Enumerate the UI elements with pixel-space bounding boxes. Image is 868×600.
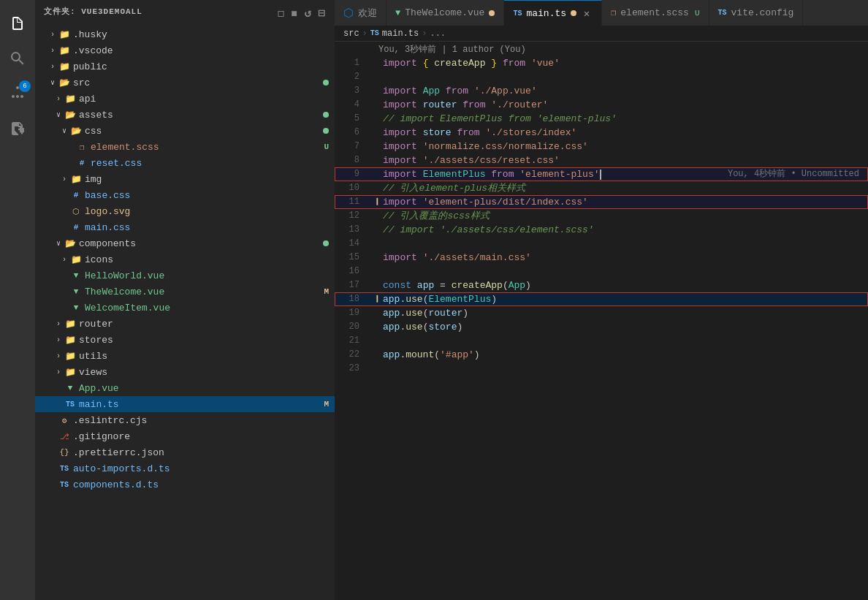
breadcrumb-ts-icon: TS: [370, 29, 379, 37]
sidebar-item-prettierrc[interactable]: › {} .prettierrc.json: [35, 444, 335, 460]
chevron-down-icon: ∨: [53, 238, 64, 249]
source-control-icon[interactable]: 6: [0, 76, 35, 111]
line-content: import 'normalize.css/normalize.css': [383, 140, 868, 153]
sidebar-item-label: reset.css: [91, 158, 335, 169]
activity-bar: 6: [0, 0, 35, 600]
close-tab-icon[interactable]: ✕: [581, 7, 593, 19]
sidebar-item-welcomeitem-vue[interactable]: › ▼ WelcomeItem.vue: [35, 300, 335, 316]
new-folder-icon[interactable]: ◾: [291, 6, 299, 20]
sidebar-item-element-scss[interactable]: › ❐ element.scss U: [35, 139, 335, 155]
sidebar-item-img[interactable]: › 📁 img: [35, 171, 335, 187]
extensions-icon[interactable]: [0, 111, 35, 146]
line-content: const app = createApp(App): [383, 278, 868, 292]
sidebar-item-main-ts[interactable]: › TS main.ts M: [35, 396, 335, 412]
chevron-right-icon: ›: [53, 366, 64, 378]
breadcrumb-dots[interactable]: ...: [430, 29, 446, 39]
sidebar-item-components-dts[interactable]: › TS components.d.ts: [35, 476, 335, 493]
scss-tab-icon: ❐: [611, 7, 616, 18]
sidebar-item-label: css: [85, 126, 323, 137]
sidebar-item-router[interactable]: › 📁 router: [35, 316, 335, 332]
line-number: 12: [335, 209, 371, 223]
sidebar-item-label: element.scss: [91, 142, 324, 153]
sidebar-item-logo-svg[interactable]: › ⬡ logo.svg: [35, 203, 335, 219]
sidebar-item-label: icons: [85, 254, 335, 265]
sidebar-item-assets[interactable]: ∨ 📂 assets: [35, 107, 335, 123]
folder-icon: 📁: [64, 318, 76, 330]
sidebar-item-helloworld-vue[interactable]: › ▼ HelloWorld.vue: [35, 267, 335, 284]
sidebar-item-auto-imports[interactable]: › TS auto-imports.d.ts: [35, 460, 335, 476]
sidebar-item-css[interactable]: ∨ 📂 css: [35, 123, 335, 139]
js-icon: ⚙: [58, 414, 70, 426]
breadcrumb: src › TS main.ts › ...: [335, 26, 868, 42]
sidebar-item-views[interactable]: › 📁 views: [35, 364, 335, 380]
folder-icon: 📁: [70, 173, 82, 185]
sidebar-item-thewelcome-vue[interactable]: › ▼ TheWelcome.vue M: [35, 284, 335, 300]
sidebar-item-src[interactable]: ∨ 📂 src: [35, 75, 335, 91]
sidebar-item-label: .vscode: [73, 45, 335, 56]
sidebar-item-label: views: [79, 367, 335, 378]
line-content: // 引入element-plus相关样式: [383, 181, 868, 195]
tab-element-scss[interactable]: ❐ element.scss U: [602, 0, 709, 26]
sidebar-item-public[interactable]: › 📁 public: [35, 58, 335, 75]
line-gutter: [371, 181, 383, 195]
sidebar-item-icons[interactable]: › 📁 icons: [35, 251, 335, 267]
tab-main-ts[interactable]: TS main.ts ✕: [504, 0, 602, 26]
folder-icon: 📁: [64, 93, 76, 105]
line-content: // 引入覆盖的scss样式: [383, 209, 868, 223]
tab-label: TheWelcome.vue: [405, 7, 484, 18]
sidebar-item-eslintrc[interactable]: › ⚙ .eslintrc.cjs: [35, 412, 335, 428]
collapse-icon[interactable]: ⊟: [318, 6, 326, 20]
code-line-4: 4 import router from './router': [335, 98, 868, 112]
refresh-icon[interactable]: ↺: [305, 6, 313, 20]
sidebar-item-label: .gitignore: [73, 431, 335, 442]
file-tree: › 📁 .husky › 📁 .vscode › 📁 public ∨ 📂 sr…: [35, 26, 335, 600]
sidebar-item-label: assets: [79, 110, 323, 121]
tab-thewelcome[interactable]: ▼ TheWelcome.vue: [387, 0, 504, 26]
line-number: 1: [335, 56, 371, 70]
tab-label: vite.config: [731, 7, 794, 18]
search-icon[interactable]: [0, 41, 35, 76]
sidebar-item-components[interactable]: ∨ 📂 components: [35, 235, 335, 251]
sidebar-item-utils[interactable]: › 📁 utils: [35, 348, 335, 364]
line-number: 10: [335, 181, 371, 195]
tab-welcome[interactable]: ⬡ 欢迎: [335, 0, 387, 26]
chevron-right-icon: ›: [53, 350, 64, 362]
sidebar-item-gitignore[interactable]: › ⎇ .gitignore: [35, 428, 335, 444]
breadcrumb-file[interactable]: main.ts: [382, 29, 419, 39]
folder-open-icon: 📂: [58, 77, 70, 88]
sidebar-header: 文件夹: VUE3DEMOALL ◻ ◾ ↺ ⊟: [35, 0, 335, 26]
code-line-2: 2: [335, 70, 868, 84]
sidebar-item-app-vue[interactable]: › ▼ App.vue: [35, 380, 335, 396]
sidebar-item-main-css[interactable]: › # main.css: [35, 219, 335, 235]
code-editor[interactable]: 1 import { createApp } from 'vue' 2 3 im…: [335, 56, 868, 600]
sidebar-item-api[interactable]: › 📁 api: [35, 91, 335, 107]
sidebar-item-stores[interactable]: › 📁 stores: [35, 332, 335, 348]
line-gutter: [371, 362, 383, 376]
modified-badge: M: [324, 287, 329, 296]
sidebar-item-husky[interactable]: › 📁 .husky: [35, 26, 335, 42]
code-line-1: 1 import { createApp } from 'vue': [335, 56, 868, 70]
chevron-right-icon: ›: [53, 334, 64, 346]
line-number: 3: [335, 84, 371, 98]
line-number: 7: [335, 140, 371, 153]
new-file-icon[interactable]: ◻: [277, 6, 285, 20]
line-number: 21: [335, 334, 371, 348]
tab-vite-config[interactable]: TS vite.config: [709, 0, 804, 26]
chevron-right-icon: ›: [58, 254, 70, 265]
line-gutter: [371, 251, 383, 265]
files-icon[interactable]: [0, 6, 35, 41]
sidebar-item-base-css[interactable]: › # base.css: [35, 187, 335, 203]
editor-area: ⬡ 欢迎 ▼ TheWelcome.vue TS main.ts ✕ ❐ ele…: [335, 0, 868, 600]
sidebar-item-vscode[interactable]: › 📁 .vscode: [35, 42, 335, 58]
sidebar-item-label: router: [79, 319, 335, 330]
sidebar-item-reset-css[interactable]: › # reset.css: [35, 155, 335, 171]
line-gutter: [371, 70, 383, 84]
tab-label: main.ts: [526, 8, 566, 19]
tab-bar: ⬡ 欢迎 ▼ TheWelcome.vue TS main.ts ✕ ❐ ele…: [335, 0, 868, 26]
sidebar-item-label: main.ts: [79, 399, 324, 410]
untracked-label: U: [695, 9, 700, 18]
breadcrumb-src[interactable]: src: [343, 29, 359, 39]
sidebar-item-label: components: [79, 238, 323, 249]
code-line-16: 16: [335, 265, 868, 278]
ts-icon: TS: [58, 463, 70, 474]
